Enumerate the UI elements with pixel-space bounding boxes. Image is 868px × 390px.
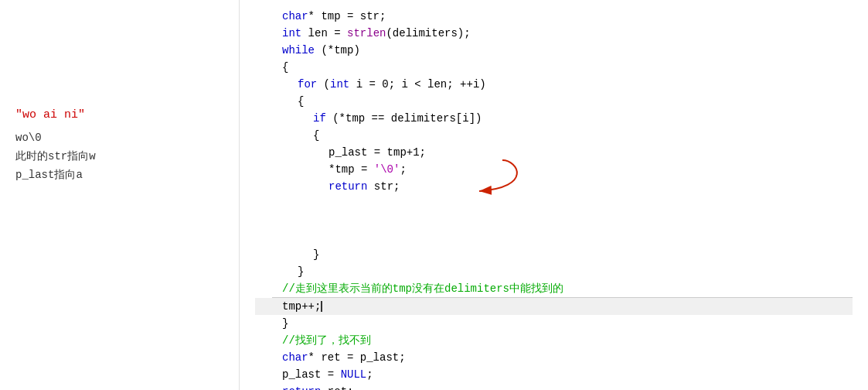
code-content-8: { <box>282 127 853 144</box>
code-content-19: p_last = NULL; <box>282 366 853 383</box>
plain-15: tmp++; <box>282 300 321 313</box>
left-panel: "wo ai ni" wo\0 此时的str指向w p_last指向a <box>0 0 240 390</box>
code-line-8: { <box>255 127 853 144</box>
plain-10: *tmp = <box>328 163 374 176</box>
quote-text: "wo ai ni" <box>15 108 223 121</box>
code-content-11: return str; <box>282 178 853 246</box>
code-content-4: { <box>282 59 853 76</box>
str-backslash0: '\0' <box>374 163 400 176</box>
kw-for: for <box>298 78 317 91</box>
kw-null: NULL <box>341 368 367 381</box>
code-line-16: } <box>255 315 853 332</box>
annotation-line-2: 此时的str指向w <box>15 148 223 166</box>
code-line-19: p_last = NULL; <box>255 366 853 383</box>
code-line-7: if (*tmp == delimiters[i]) <box>255 110 853 127</box>
plain-4: { <box>282 61 288 74</box>
kw-while: while <box>282 44 315 56</box>
plain-10b: ; <box>400 163 406 176</box>
cursor-15 <box>321 301 322 312</box>
plain-5: ( <box>317 78 330 91</box>
code-line-11: return str; <box>255 178 853 246</box>
comment-2: //找到了，找不到 <box>282 334 371 347</box>
code-content-16: } <box>282 315 853 332</box>
plain-13: } <box>298 265 304 278</box>
plain-9: p_last = tmp+1; <box>328 146 426 159</box>
code-content-20: return ret; <box>282 383 853 390</box>
code-line-2: int len = strlen(delimiters); <box>255 25 853 42</box>
plain-3: (*tmp) <box>315 44 360 56</box>
annotation-line-1: wo\0 <box>15 129 223 148</box>
code-content-18: char* ret = p_last; <box>282 349 853 366</box>
code-area: char* tmp = str; int len = strlen(delimi… <box>240 8 868 390</box>
code-line-1: char* tmp = str; <box>255 8 853 25</box>
code-line-18: char* ret = p_last; <box>255 349 853 366</box>
plain-2b: (delimiters); <box>386 27 470 39</box>
code-line-14: //走到这里表示当前的tmp没有在delimiters中能找到的 <box>255 280 853 297</box>
kw-return: return <box>328 180 367 193</box>
kw-char: char <box>282 10 308 22</box>
code-content-5: for (int i = 0; i < len; ++i) <box>282 76 853 93</box>
plain-6: { <box>298 95 304 108</box>
fn-strlen: strlen <box>347 27 386 39</box>
code-content-13: } <box>282 263 853 280</box>
code-content-2: int len = strlen(delimiters); <box>282 25 853 42</box>
plain-19: p_last = <box>282 368 341 381</box>
code-line-17: //找到了，找不到 <box>255 332 853 349</box>
plain-12: } <box>313 248 319 261</box>
code-content-6: { <box>282 93 853 110</box>
code-content-1: char* tmp = str; <box>282 8 853 25</box>
comment-1: //走到这里表示当前的tmp没有在delimiters中能找到的 <box>282 282 563 295</box>
code-line-9: p_last = tmp+1; <box>255 144 853 161</box>
plain-5b: i = 0; i < len; ++i) <box>349 78 485 91</box>
code-line-4: { <box>255 59 853 76</box>
right-panel: char* tmp = str; int len = strlen(delimi… <box>240 0 868 390</box>
code-line-6: { <box>255 93 853 110</box>
code-line-3: while (*tmp) <box>255 42 853 59</box>
kw-int: int <box>282 27 301 39</box>
kw-int2: int <box>330 78 349 91</box>
plain-18: * ret = p_last; <box>308 351 406 364</box>
plain-8: { <box>313 129 319 142</box>
code-line-12: } <box>255 246 853 263</box>
code-content-17: //找到了，找不到 <box>282 332 853 349</box>
code-content-12: } <box>282 246 853 263</box>
code-content-15: tmp++; <box>282 298 853 315</box>
plain-11: str; <box>367 180 400 193</box>
plain-20: ret; <box>321 385 353 390</box>
kw-if: if <box>313 112 326 125</box>
code-content-3: while (*tmp) <box>282 42 853 59</box>
code-content-9: p_last = tmp+1; <box>282 144 853 161</box>
plain-2: len = <box>301 27 347 39</box>
kw-char2: char <box>282 351 308 364</box>
plain-16: } <box>282 317 288 330</box>
plain-19b: ; <box>366 368 373 381</box>
code-line-10: *tmp = '\0'; <box>255 161 853 178</box>
annotation-line-3: p_last指向a <box>15 166 223 185</box>
code-line-15: tmp++; <box>255 298 853 315</box>
code-line-5: for (int i = 0; i < len; ++i) <box>255 76 853 93</box>
code-content-10: *tmp = '\0'; <box>282 161 853 178</box>
code-line-13: } <box>255 263 853 280</box>
plain-7: (*tmp == delimiters[i]) <box>326 112 482 125</box>
annotation-block: wo\0 此时的str指向w p_last指向a <box>15 129 223 184</box>
code-content-14: //走到这里表示当前的tmp没有在delimiters中能找到的 <box>282 280 853 297</box>
kw-return2: return <box>282 385 321 390</box>
plain-1: * tmp = str; <box>308 10 386 22</box>
code-line-20: return ret; <box>255 383 853 390</box>
code-content-7: if (*tmp == delimiters[i]) <box>282 110 853 127</box>
